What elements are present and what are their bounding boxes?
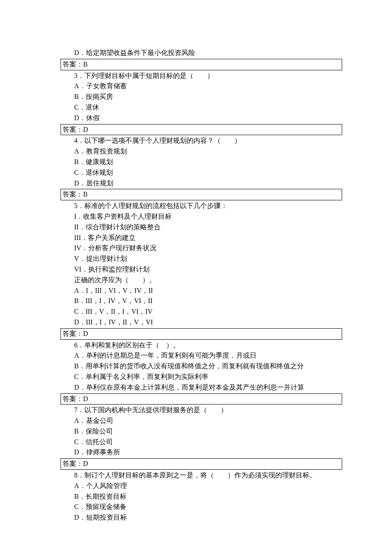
step-text: V．提出理财计划 [61, 254, 342, 264]
document-page: D．给定期望收益条件下最小化投资风险 答案：B 3．下列理财目标中属于短期目标的… [0, 0, 392, 549]
answer-box: 答案：D [61, 393, 342, 405]
answer-box: 答案：D [61, 328, 342, 340]
option-text: D．给定期望收益条件下最小化投资风险 [61, 48, 342, 58]
option-text: B．用单利计算的货币收入没有现值和终值之分，而复利就有现值和终值之分 [61, 361, 342, 372]
prompt-text: 正确的次序应为（ ）。 [61, 275, 342, 286]
question-text: 5．标准的个人理财规划的流程包括以下几个步骤： [61, 201, 342, 211]
answer-text: 答案：B [63, 191, 88, 198]
option-text: A．子女教育储蓄 [61, 81, 342, 92]
question-text: 7．以下国内机构中无法提供理财服务的是（ ） [61, 405, 342, 416]
option-text: A．教育投资规划 [61, 146, 342, 157]
option-text: C．信托公司 [61, 437, 342, 448]
question-text: 4．以下哪一选项不属于个人理财规划的内容？（ ） [61, 136, 342, 146]
option-text: B．健康规划 [61, 157, 342, 168]
option-text: C．退休规划 [61, 168, 342, 178]
answer-box: 答案：B [61, 59, 342, 70]
option-text: C．预留现金储备 [61, 502, 342, 512]
option-text: D．律师事务所 [61, 447, 342, 458]
question-text: 6．单利和复利的区别在于（ ）。 [61, 340, 342, 351]
step-text: VI．执行和监控理财计划 [61, 264, 342, 275]
option-text: B．保险公司 [61, 426, 342, 437]
question-text: 3．下列理财目标中属于短期目标的是（ ） [61, 71, 342, 81]
option-text: D．短期投资目标 [61, 512, 342, 523]
option-text: D．休假 [61, 113, 342, 124]
option-text: B．长期投资目标 [61, 491, 342, 502]
option-text: C．III，V，II，I，VI，IV [61, 306, 342, 317]
step-text: II．综合理财计划的策略整合 [61, 222, 342, 233]
step-text: IV．分析客户现行财务状况 [61, 243, 342, 254]
option-text: C．退休 [61, 102, 342, 113]
answer-text: 答案：D [63, 330, 88, 337]
option-text: A．基金公司 [61, 416, 342, 426]
option-text: D．III，I，IV，II，V，VI [61, 317, 342, 328]
option-text: B．III，I，IV，V，VI，II [61, 296, 342, 306]
option-text: A．个人风险管理 [61, 481, 342, 491]
step-text: I．收集客户资料及个人理财目标 [61, 211, 342, 222]
question-text: 8．制订个人理财目标的基本原则之一是，将（ ）作为必须实现的理财目标。 [61, 470, 342, 481]
option-text: B．按揭买房 [61, 92, 342, 102]
answer-box: 答案：D [61, 458, 342, 470]
option-text: D．居住规划 [61, 178, 342, 189]
answer-text: 答案：D [63, 395, 88, 402]
step-text: III．客户关系的建立 [61, 233, 342, 243]
option-text: A．单利的计息期总是一年，而复利则有可能为季度．月或日 [61, 350, 342, 361]
answer-text: 答案：D [63, 126, 88, 133]
answer-box: 答案：B [61, 189, 342, 200]
answer-text: 答案：B [63, 61, 88, 68]
option-text: C．单利属于名义利率，而复利则为实际利率 [61, 372, 342, 382]
answer-box: 答案：D [61, 124, 342, 136]
option-text: A．I，III，VI，V，IV，II [61, 286, 342, 296]
option-text: D．单利仅在原有本金上计算利息，而复利是对本金及其产生的利息一并计算 [61, 382, 342, 393]
answer-text: 答案：D [63, 460, 88, 467]
